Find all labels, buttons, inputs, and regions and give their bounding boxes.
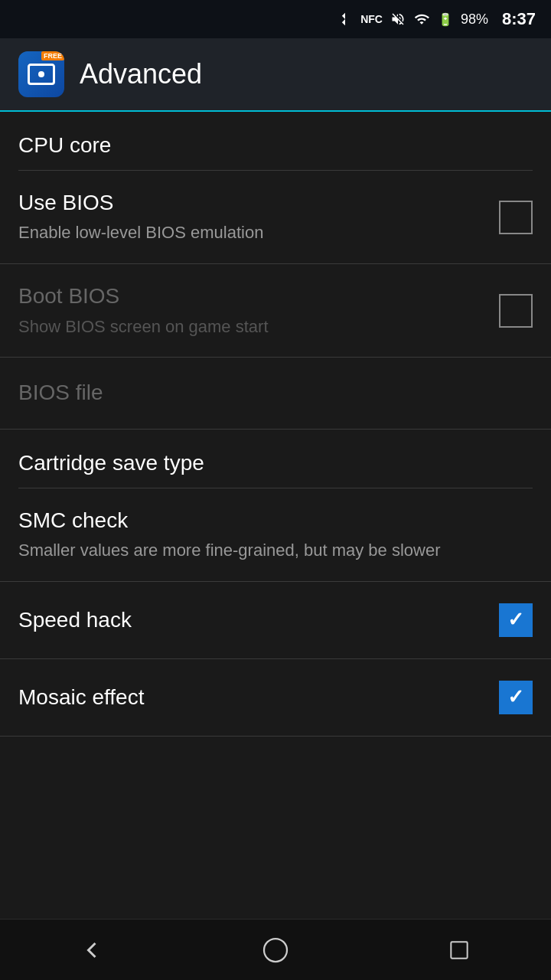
- speed-hack-title: Speed hack: [18, 606, 132, 634]
- app-icon-inner: [28, 64, 55, 85]
- nfc-icon: NFC: [360, 13, 383, 25]
- boot-bios-checkbox: [499, 294, 533, 328]
- nav-home-button[interactable]: [253, 927, 298, 973]
- boot-bios-subtitle: Show BIOS screen on game start: [18, 315, 484, 339]
- app-icon-badge: FREE: [41, 51, 64, 60]
- app-bar: FREE Advanced: [0, 38, 551, 112]
- svg-point-0: [264, 939, 287, 962]
- smc-check-subtitle: Smaller values are more fine-grained, bu…: [18, 539, 517, 563]
- smc-check-title: SMC check: [18, 507, 517, 534]
- mosaic-effect-title: Mosaic effect: [18, 684, 144, 711]
- bios-file-item: BIOS file: [0, 358, 551, 429]
- status-icons: NFC 🔋 98% 8:37: [337, 9, 536, 29]
- mute-icon: [390, 11, 406, 27]
- nav-back-button[interactable]: [69, 927, 115, 973]
- nav-bar: [0, 919, 551, 980]
- app-icon: FREE: [18, 51, 64, 97]
- cartridge-save-type-header: Cartridge save type: [0, 430, 551, 488]
- bios-file-title: BIOS file: [18, 379, 103, 407]
- page-title: Advanced: [80, 58, 202, 90]
- wifi-icon: [413, 11, 430, 27]
- svg-rect-1: [451, 942, 467, 958]
- bluetooth-icon: [337, 11, 353, 27]
- mosaic-effect-checkbox[interactable]: [499, 681, 533, 714]
- boot-bios-text: Boot BIOS Show BIOS screen on game start: [18, 283, 499, 338]
- recents-icon: [447, 938, 471, 962]
- settings-content: CPU core Use BIOS Enable low-level BIOS …: [0, 112, 551, 919]
- speed-hack-item[interactable]: Speed hack: [0, 582, 551, 659]
- use-bios-item[interactable]: Use BIOS Enable low-level BIOS emulation: [0, 171, 551, 264]
- mosaic-effect-item[interactable]: Mosaic effect: [0, 659, 551, 737]
- cpu-core-header: CPU core: [0, 112, 551, 170]
- smc-check-text: SMC check Smaller values are more fine-g…: [18, 507, 533, 563]
- status-bar: NFC 🔋 98% 8:37: [0, 0, 551, 38]
- use-bios-subtitle: Enable low-level BIOS emulation: [18, 221, 484, 245]
- status-time: 8:37: [502, 9, 536, 29]
- speed-hack-checkbox[interactable]: [499, 603, 533, 637]
- use-bios-title: Use BIOS: [18, 189, 484, 217]
- smc-check-item[interactable]: SMC check Smaller values are more fine-g…: [0, 488, 551, 582]
- home-icon: [262, 936, 289, 964]
- app-icon-dot: [38, 71, 44, 77]
- nav-recents-button[interactable]: [436, 927, 482, 973]
- cpu-core-label: CPU core: [18, 133, 111, 157]
- back-icon: [78, 936, 106, 964]
- use-bios-text: Use BIOS Enable low-level BIOS emulation: [18, 189, 499, 245]
- battery-icon: 🔋: [438, 12, 453, 27]
- cartridge-save-type-label: Cartridge save type: [18, 451, 204, 475]
- use-bios-checkbox[interactable]: [499, 201, 533, 234]
- battery-percentage: 98%: [461, 11, 488, 28]
- boot-bios-item: Boot BIOS Show BIOS screen on game start: [0, 264, 551, 358]
- boot-bios-title: Boot BIOS: [18, 283, 484, 310]
